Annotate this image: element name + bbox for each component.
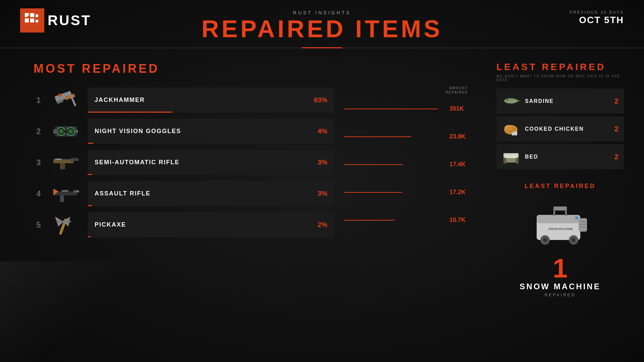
- svg-rect-19: [76, 130, 78, 133]
- svg-point-58: [572, 238, 576, 242]
- svg-rect-42: [515, 131, 517, 135]
- least-bottom-item-name: SNOW MACHINE: [496, 282, 624, 291]
- item-icon: [49, 210, 83, 239]
- svg-rect-53: [553, 210, 555, 216]
- item-name: SEMI-AUTOMATIC RIFLE: [95, 159, 311, 166]
- item-name: PICKAXE: [95, 221, 311, 228]
- header: RUST RUST INSIGHTS REPAIRED ITEMS PREVIO…: [0, 0, 644, 41]
- svg-rect-22: [60, 163, 65, 169]
- chart-row: 17.4K: [344, 152, 470, 177]
- item-rank: 5: [34, 220, 44, 230]
- item-percent: 63%: [311, 96, 327, 104]
- svg-rect-5: [36, 14, 38, 17]
- item-percent: 3%: [311, 190, 327, 197]
- item-name: JACKHAMMER: [95, 97, 311, 104]
- svg-rect-3: [30, 18, 34, 22]
- svg-point-10: [58, 94, 62, 97]
- item-percent: 4%: [311, 127, 327, 135]
- chart-value: 17.4K: [449, 161, 470, 168]
- chart-row: 23.8K: [344, 124, 470, 149]
- svg-rect-59: [579, 218, 587, 232]
- most-repaired-item: 5 PICKAXE2%: [34, 210, 334, 239]
- amount-header: AMOUNTREPAIRED: [344, 86, 470, 95]
- logo-area: RUST: [20, 8, 91, 33]
- svg-point-56: [543, 238, 547, 242]
- least-bottom-repaired: REPAIRED: [496, 293, 624, 297]
- least-item-icon: [502, 147, 520, 166]
- item-info-bar: NIGHT VISION GOGGLES4%: [88, 119, 334, 144]
- item-rank: 1: [34, 96, 44, 105]
- chart-value: 351K: [449, 105, 470, 112]
- item-name: NIGHT VISION GOGGLES: [95, 128, 311, 135]
- least-repaired-subtitle: WE DON'T WANT TO KNOW HOW OR WHY THIS IS…: [496, 74, 624, 82]
- most-repaired-item: 4 ASSAULT RIFLE3%: [34, 179, 334, 208]
- least-repaired-item: COOKED CHICKEN2: [496, 116, 624, 141]
- svg-rect-51: [537, 215, 580, 223]
- svg-rect-47: [503, 158, 506, 164]
- item-info-bar: ASSAULT RIFLE3%: [88, 181, 334, 206]
- least-item-name: BED: [525, 154, 610, 160]
- svg-rect-54: [565, 210, 567, 216]
- least-repaired-item: SARDINE2: [496, 88, 624, 114]
- svg-rect-52: [553, 206, 567, 210]
- most-repaired-list: 1 JACKHAMMER63%2 NIGHT VISION GOGGLES4%3…: [34, 86, 334, 239]
- chart-row: 351K: [344, 96, 470, 121]
- item-icon: [49, 117, 83, 145]
- item-rank: 4: [34, 189, 44, 198]
- least-bottom: LEAST REPAIRED: [496, 179, 624, 297]
- header-divider: [0, 48, 644, 48]
- chart-area: AMOUNTREPAIRED 351K23.8K17.4K17.2K10.7K: [344, 86, 470, 239]
- svg-rect-48: [516, 158, 519, 164]
- item-rank: 3: [34, 158, 44, 167]
- svg-rect-23: [73, 158, 75, 159]
- least-item-icon: [502, 92, 520, 110]
- item-progress-bar: [88, 205, 92, 206]
- item-icon: [49, 86, 83, 114]
- least-items-list: SARDINE2 COOKED CHICKEN2 BED2: [496, 88, 624, 169]
- least-repaired-section: LEAST REPAIRED WE DON'T WANT TO KNOW HOW…: [496, 62, 624, 343]
- svg-rect-17: [64, 130, 67, 133]
- svg-rect-49: [504, 155, 518, 158]
- item-info-bar: SEMI-AUTOMATIC RIFLE3%: [88, 150, 334, 175]
- item-progress-bar: [88, 143, 93, 144]
- most-repaired-title: MOST REPAIRED: [34, 62, 470, 76]
- svg-rect-27: [60, 195, 64, 202]
- svg-point-43: [506, 126, 516, 133]
- svg-marker-37: [517, 100, 520, 102]
- most-repaired-item: 2 NIGHT VISION GOGGLES4%: [34, 117, 334, 145]
- item-progress-bar: [88, 112, 172, 113]
- item-name: ASSAULT RIFLE: [95, 190, 311, 197]
- svg-text:SNOW MACHINE: SNOW MACHINE: [548, 227, 573, 231]
- item-percent: 2%: [311, 221, 327, 229]
- chart-value: 17.2K: [449, 189, 470, 196]
- subtitle-label: RUST INSIGHTS: [202, 10, 443, 15]
- chart-value: 10.7K: [449, 217, 470, 224]
- main-title: REPAIRED ITEMS: [202, 17, 443, 41]
- svg-rect-18: [53, 129, 56, 134]
- svg-rect-28: [62, 190, 68, 192]
- least-item-count: 2: [614, 125, 619, 133]
- least-repaired-title: LEAST REPAIRED: [496, 62, 624, 72]
- chart-row: 17.2K: [344, 180, 470, 205]
- item-progress-bar: [88, 174, 92, 175]
- svg-point-38: [506, 100, 508, 101]
- date-area: PREVIOUS 30 DAYS OCT 5TH: [570, 10, 624, 25]
- svg-rect-34: [57, 221, 71, 223]
- date-label: PREVIOUS 30 DAYS: [570, 10, 624, 15]
- item-rank: 2: [34, 127, 44, 136]
- least-item-name: SARDINE: [525, 98, 610, 104]
- most-repaired-item: 1 JACKHAMMER63%: [34, 86, 334, 114]
- item-info-bar: JACKHAMMER63%: [88, 87, 334, 113]
- item-info-bar: PICKAXE2%: [88, 212, 334, 237]
- logo-text: RUST: [48, 12, 91, 28]
- item-progress-bar: [88, 236, 91, 237]
- svg-rect-2: [25, 18, 29, 22]
- chart-row: 10.7K: [344, 207, 470, 233]
- svg-rect-6: [36, 20, 38, 22]
- svg-rect-4: [28, 16, 30, 18]
- chart-value: 23.8K: [449, 133, 470, 140]
- svg-rect-24: [55, 159, 62, 160]
- title-center: RUST INSIGHTS REPAIRED ITEMS: [202, 10, 443, 41]
- least-item-count: 2: [614, 153, 619, 161]
- item-icon: [49, 148, 83, 177]
